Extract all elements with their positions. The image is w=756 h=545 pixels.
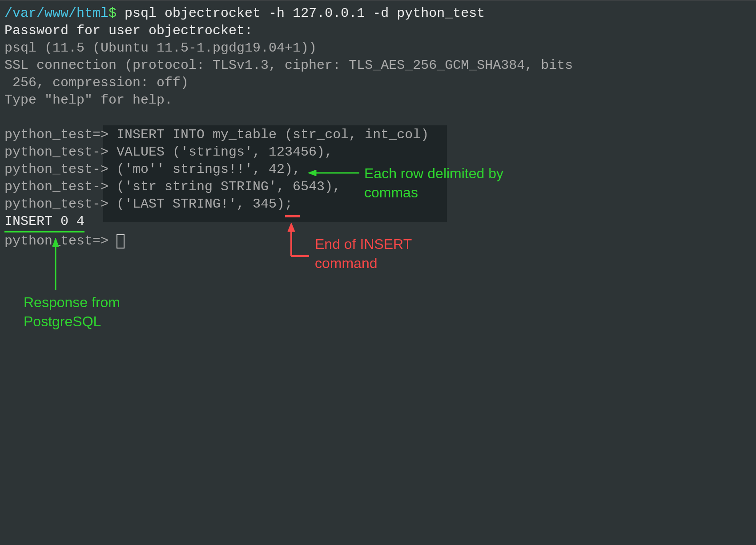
sql-values-2: ('mo'' strings!!', 42), xyxy=(109,162,301,177)
sql-line-1: python_test=> INSERT INTO my_table (str_… xyxy=(4,126,752,144)
annotation-response: Response from PostgreSQL xyxy=(24,293,139,331)
sql-values-3: ('str string STRING', 6543), xyxy=(109,179,341,194)
annotation-commas: Each row delimited by commas xyxy=(364,164,542,202)
password-prompt: Password for user objectrocket: xyxy=(4,22,752,40)
psql-prompt-cont: python_test-> xyxy=(4,162,109,177)
insert-response: INSERT 0 4 xyxy=(4,213,84,232)
annotation-end-insert: End of INSERT command xyxy=(315,235,466,273)
help-line: Type "help" for help. xyxy=(4,92,752,109)
psql-prompt-cont: python_test-> xyxy=(4,196,109,212)
red-underline xyxy=(285,215,300,217)
arrow-left-icon xyxy=(308,168,359,177)
insert-response-line: INSERT 0 4 xyxy=(4,213,752,232)
prompt-path: /var/www/html xyxy=(4,6,109,21)
psql-prompt-cont: python_test-> xyxy=(4,179,109,194)
arrow-up-icon xyxy=(51,238,60,290)
svg-marker-4 xyxy=(288,223,295,232)
cursor[interactable] xyxy=(117,234,125,248)
sql-insert-stmt: INSERT INTO my_table (str_col, int_col) xyxy=(109,127,429,142)
psql-prompt-main: python_test=> xyxy=(4,127,109,142)
psql-command: psql objectrocket -h 127.0.0.1 -d python… xyxy=(117,6,485,21)
psql-version: psql (11.5 (Ubuntu 11.5-1.pgdg19.04+1)) xyxy=(4,40,752,57)
arrow-up-icon xyxy=(285,223,311,258)
prompt-dollar: $ xyxy=(109,6,117,21)
command-line: /var/www/html$ psql objectrocket -h 127.… xyxy=(4,5,752,22)
psql-prompt-cont: python_test-> xyxy=(4,144,109,160)
ssl-info-1: SSL connection (protocol: TLSv1.3, ciphe… xyxy=(4,57,752,74)
psql-prompt-final: python_test=> xyxy=(4,233,117,248)
sql-values-1: VALUES ('strings', 123456), xyxy=(109,144,333,160)
svg-marker-1 xyxy=(308,170,316,176)
sql-line-2: python_test-> VALUES ('strings', 123456)… xyxy=(4,144,752,161)
sql-values-4: ('LAST STRING!', 345); xyxy=(109,196,293,212)
ssl-info-2: 256, compression: off) xyxy=(4,74,752,92)
svg-marker-6 xyxy=(52,238,59,247)
